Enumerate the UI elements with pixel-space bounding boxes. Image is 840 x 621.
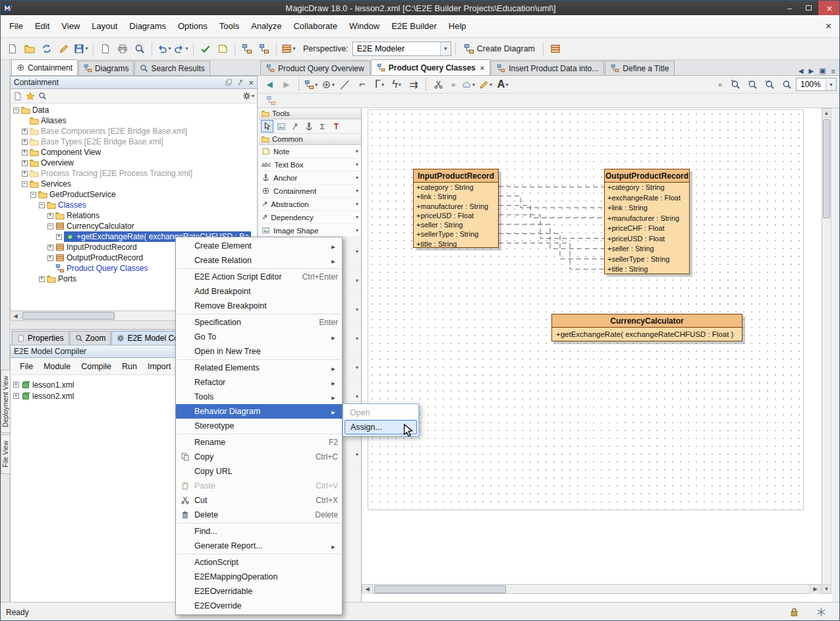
menu-item-e2eoverride[interactable]: E2EOverride: [176, 599, 342, 613]
menu-item-paste[interactable]: PasteCtrl+V: [176, 479, 342, 493]
class-inputproductrecord[interactable]: InputProductRecord +category : String +l…: [413, 169, 499, 248]
item-dropdown-icon[interactable]: [356, 307, 358, 312]
redo-icon[interactable]: ▾: [173, 41, 189, 57]
class-attribute[interactable]: +category : String: [414, 183, 498, 192]
expander-icon[interactable]: [22, 139, 28, 145]
class-attribute[interactable]: +manufacturer : String: [414, 202, 498, 211]
item-dropdown-icon[interactable]: [356, 336, 358, 341]
scroll-left-icon[interactable]: ◀: [362, 585, 373, 594]
font-tool-icon[interactable]: A▾: [495, 76, 511, 92]
menu-layout[interactable]: Layout: [86, 18, 123, 34]
zoom-1-1-icon[interactable]: [779, 76, 795, 92]
scroll-left-icon[interactable]: ◀: [11, 311, 21, 320]
palette-tools-header[interactable]: Tools: [259, 108, 361, 119]
undo-icon[interactable]: ▾: [156, 41, 172, 57]
zoom-level-select[interactable]: 100% ▾: [796, 78, 837, 91]
item-dropdown-icon[interactable]: [356, 162, 358, 167]
tab-diagrams[interactable]: Diagrams: [78, 61, 134, 75]
menu-item-stereotype[interactable]: Stereotype: [176, 419, 342, 433]
diagram-canvas[interactable]: InputProductRecord +category : String +l…: [362, 108, 832, 602]
quick-search-icon[interactable]: [38, 92, 47, 100]
tab-containment[interactable]: Containment: [11, 59, 78, 75]
menu-item-generate-report[interactable]: Generate Report...: [176, 539, 342, 553]
menu-file[interactable]: File: [3, 18, 29, 34]
expander-icon[interactable]: [22, 150, 28, 156]
palette-item-anchor[interactable]: Anchor: [259, 171, 361, 185]
expander-icon[interactable]: [47, 213, 53, 219]
class-attribute[interactable]: +exchangeRate : Float: [605, 193, 689, 204]
palette-item-dependency[interactable]: ⇗Dependency: [259, 211, 361, 224]
add-element-icon[interactable]: ▾: [320, 76, 336, 92]
tree-item-aliases[interactable]: Aliases: [11, 115, 257, 126]
expander-icon[interactable]: [13, 382, 19, 388]
tree-options-icon[interactable]: [13, 92, 22, 101]
menu-help[interactable]: Help: [443, 18, 472, 34]
compiler-menu-file[interactable]: File: [14, 360, 38, 373]
menu-window[interactable]: Window: [343, 18, 385, 34]
palette-item-image-shape[interactable]: Image Shape: [259, 224, 361, 237]
pan-tool-icon[interactable]: [289, 120, 301, 133]
item-dropdown-icon[interactable]: [356, 452, 358, 458]
menu-item-refactor[interactable]: Refactor: [176, 375, 342, 390]
class-attribute[interactable]: +sellerType : String: [414, 229, 498, 239]
scroll-right-icon[interactable]: ▶: [810, 585, 820, 594]
module-structure-icon[interactable]: [256, 41, 272, 57]
favorites-icon[interactable]: [26, 92, 35, 101]
snowflake-icon[interactable]: [816, 607, 826, 617]
navigate-back-icon[interactable]: ◀: [262, 76, 277, 92]
previous-tab-icon[interactable]: ◀: [798, 67, 804, 74]
tab-define-a-title[interactable]: Define a Title: [605, 61, 675, 75]
gear-dropdown-icon[interactable]: ▾: [252, 93, 254, 99]
perspective-select[interactable]: E2E Modeler ▾: [352, 42, 451, 56]
expander-icon[interactable]: [22, 129, 28, 134]
palette-item-note[interactable]: Note: [259, 145, 361, 158]
print-icon[interactable]: [115, 41, 130, 57]
zoom-overflow-icon[interactable]: »: [718, 80, 722, 88]
print-document-icon[interactable]: [98, 41, 113, 57]
expander-icon[interactable]: [47, 245, 53, 251]
compiler-menu-import[interactable]: Import: [142, 360, 176, 373]
menu-view[interactable]: View: [55, 18, 86, 34]
class-attribute[interactable]: +manufacturer : String: [605, 214, 689, 224]
class-attribute[interactable]: +seller : String: [605, 244, 689, 254]
new-project-icon[interactable]: [5, 41, 20, 57]
expander-icon[interactable]: [13, 393, 19, 399]
close-panel-icon[interactable]: ×: [248, 78, 254, 88]
menu-edit[interactable]: Edit: [29, 18, 55, 34]
item-dropdown-icon[interactable]: [356, 365, 358, 370]
menu-item-remove-breakpoint[interactable]: Remove Breakpoint: [176, 299, 342, 313]
save-project-icon[interactable]: ▾: [73, 41, 89, 57]
tree-item-currencycalculator[interactable]: CurrencyCalculator: [11, 221, 257, 231]
palette-item-text-box[interactable]: abcText Box: [259, 158, 361, 171]
item-dropdown-icon[interactable]: [356, 394, 358, 399]
menu-item-copy[interactable]: CopyCtrl+C: [176, 450, 342, 464]
zoom-in-icon[interactable]: +: [727, 76, 743, 92]
expander-icon[interactable]: [13, 107, 19, 113]
expander-icon[interactable]: [30, 192, 36, 198]
tab-zoom[interactable]: Zoom: [70, 331, 111, 345]
close-tab-icon[interactable]: ×: [480, 64, 484, 72]
sum-tool-icon[interactable]: Σ: [316, 120, 329, 133]
tree-item-classes[interactable]: Classes: [11, 200, 257, 210]
menu-item-actionscript[interactable]: ActionScript: [176, 555, 342, 570]
menu-item-delete[interactable]: DeleteDelete: [176, 508, 342, 522]
table-view-icon[interactable]: ▾: [281, 41, 296, 57]
scroll-thumb[interactable]: [823, 119, 830, 218]
create-diagram-button[interactable]: Create Diagram: [460, 41, 539, 57]
zoom-fit-icon[interactable]: ▭: [762, 76, 777, 92]
oblique-path-icon[interactable]: ϟ▾: [389, 76, 405, 92]
tab-search-results[interactable]: Search Results: [134, 61, 210, 75]
text-tool-icon[interactable]: T: [330, 120, 343, 133]
menu-item-e2e-action-script-editor[interactable]: E2E Action Script EditorCtrl+Enter: [176, 270, 342, 284]
class-attribute[interactable]: +priceUSD : Float: [414, 211, 498, 220]
class-name[interactable]: CurrencyCalculator: [552, 314, 742, 328]
pin-panel-icon[interactable]: [237, 78, 244, 86]
expander-icon[interactable]: [39, 202, 45, 208]
rectilinear-path-icon[interactable]: Γ▾: [372, 76, 387, 92]
scroll-down-icon[interactable]: ▼: [822, 584, 831, 593]
class-currencycalculator[interactable]: CurrencyCalculator +getExchangeRate( exc…: [551, 314, 742, 341]
close-button[interactable]: [818, 1, 840, 15]
class-attribute[interactable]: +priceCHF : Float: [605, 223, 689, 234]
class-attribute[interactable]: +priceUSD : Float: [605, 234, 689, 245]
align-tool-icon[interactable]: [302, 120, 315, 133]
